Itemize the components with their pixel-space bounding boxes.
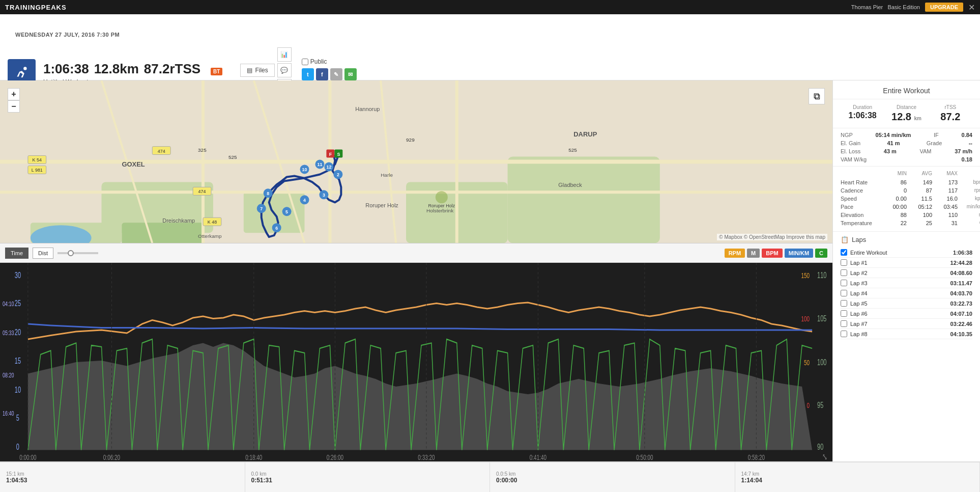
mail-button[interactable]: ✉	[344, 68, 357, 80]
svg-text:0:00:00: 0:00:00	[19, 453, 36, 461]
facebook-button[interactable]: f	[316, 68, 328, 80]
svg-text:2: 2	[337, 172, 339, 177]
metrics-table: NGP 05:14 min/km IF 0.84 El. Gain 41 m G…	[833, 128, 980, 167]
lap-checkbox[interactable]	[841, 249, 847, 256]
edit-button[interactable]: ✎	[330, 68, 342, 80]
lap-row: Lap #1 12:44.28	[841, 258, 972, 268]
twitter-button[interactable]: t	[302, 68, 314, 80]
public-label: Public	[310, 58, 327, 65]
time-button[interactable]: Time	[5, 248, 28, 259]
lap-name: Lap #7	[850, 321, 868, 327]
svg-text:04:10: 04:10	[3, 300, 14, 308]
lap-row: Lap #2 04:08.60	[841, 268, 972, 278]
lap-checkbox[interactable]	[841, 310, 847, 317]
lap-time: 03:22.73	[950, 300, 972, 307]
legend-m[interactable]: M	[747, 249, 760, 258]
metric-vamwkg: VAM W/kg 0.18	[841, 155, 972, 163]
svg-text:11: 11	[317, 162, 322, 167]
stat-duration: 1:06:38	[43, 61, 89, 77]
svg-text:325: 325	[198, 147, 207, 153]
social-buttons: t f ✎ ✉	[302, 68, 357, 80]
svg-text:Holsterbrink: Holsterbrink	[426, 208, 453, 213]
legend-rpm[interactable]: RPM	[725, 249, 745, 258]
lap-checkbox[interactable]	[841, 259, 847, 266]
stat-tss: 87.2rTSS	[144, 61, 200, 77]
legend-c[interactable]: C	[815, 249, 827, 258]
main-container: WEDNESDAY 27 July, 2016 7:30 pm 1:06:38 …	[0, 14, 980, 492]
svg-text:12: 12	[326, 165, 331, 170]
svg-text:0:50:00: 0:50:00	[636, 453, 653, 461]
laps-icon: 📋	[841, 236, 849, 243]
elloss-value: 43 m	[884, 148, 897, 154]
legend-bpm[interactable]: BPM	[762, 249, 782, 258]
prev-workout-date: 14:7 km	[741, 471, 974, 477]
lap-checkbox[interactable]	[841, 269, 847, 276]
svg-text:20: 20	[15, 327, 21, 337]
svg-text:S: S	[337, 152, 340, 157]
chart-slider-thumb[interactable]	[68, 250, 74, 256]
ngp-value: 05:14 min/km	[876, 132, 911, 138]
lap-row: Lap #3 03:11.47	[841, 278, 972, 288]
social-section: Public t f ✎ ✉	[302, 58, 357, 80]
lap-time: 12:44.28	[950, 260, 972, 266]
perf-table: MIN AVG MAX Heart Rate 86 149 173 bpm Ca…	[833, 167, 980, 232]
lap-row: Lap #7 03:22.46	[841, 319, 972, 329]
legend-minkm[interactable]: MIN/KM	[785, 249, 813, 258]
files-button[interactable]: ▤ Files	[240, 64, 274, 77]
zoom-out-button[interactable]: −	[8, 100, 20, 113]
close-icon[interactable]: ✕	[968, 3, 975, 12]
nav-right: Thomas Pier Basic Edition UPGRADE ✕	[851, 3, 975, 12]
prev-workout[interactable]: 0.0:5 km 0:00:00	[490, 462, 735, 492]
chart-icon[interactable]: 📊	[277, 47, 292, 62]
svg-point-0	[23, 67, 26, 70]
zoom-in-button[interactable]: +	[8, 88, 20, 100]
laps-label: Laps	[852, 236, 866, 243]
svg-text:Dreischkamp: Dreischkamp	[162, 217, 195, 224]
lap-time: 04:03.70	[950, 290, 972, 296]
vamwkg-label: VAM W/kg	[841, 156, 867, 162]
lap-checkbox[interactable]	[841, 320, 847, 327]
svg-text:0:06:20: 0:06:20	[103, 453, 120, 461]
lap-time: 03:11.47	[950, 280, 972, 286]
perf-header: MIN AVG MAX	[841, 171, 972, 176]
elloss-label: El. Loss	[841, 148, 860, 154]
public-checkbox[interactable]	[302, 59, 308, 65]
map-attribution: © Mapbox © OpenStreetMap Improve this ma…	[717, 234, 827, 240]
svg-text:0:18:40: 0:18:40	[245, 453, 262, 461]
lap-checkbox[interactable]	[841, 290, 847, 296]
svg-text:L 981: L 981	[32, 168, 43, 173]
grade-value: --	[969, 140, 972, 146]
lap-name: Lap #5	[850, 300, 868, 307]
prev-workout[interactable]: 15:1 km 1:04:53	[0, 462, 245, 492]
prev-workout[interactable]: 0.0 km 0:51:31	[245, 462, 491, 492]
svg-text:⤡: ⤡	[822, 452, 827, 461]
tss-value: 87.2	[940, 111, 960, 123]
prev-workout[interactable]: 14:7 km 1:14:04	[735, 462, 981, 492]
lap-checkbox[interactable]	[841, 300, 847, 307]
svg-text:8: 8	[267, 191, 269, 196]
dist-button[interactable]: Dist	[33, 248, 53, 259]
svg-text:6: 6	[275, 226, 278, 231]
svg-text:5: 5	[285, 209, 288, 214]
lap-name: Lap #2	[850, 270, 868, 276]
map-svg: K 54 L 981 474 474 K 48 GOXEL Dreischkam…	[0, 80, 832, 243]
svg-text:15: 15	[15, 356, 21, 366]
map-layers-button[interactable]: ⧉	[809, 88, 825, 104]
if-label: IF	[934, 132, 939, 138]
comment-icon[interactable]: 💬	[277, 63, 292, 77]
prev-workout-date: 0.0 km	[251, 471, 484, 477]
upgrade-button[interactable]: UPGRADE	[925, 3, 963, 12]
map-container[interactable]: K 54 L 981 474 474 K 48 GOXEL Dreischkam…	[0, 80, 832, 243]
perf-row: Cadence 0 87 117 rpm	[841, 186, 972, 195]
bottom-bar: 15:1 km 1:04:53 0.0 km 0:51:31 0.0:5 km …	[0, 461, 980, 492]
lap-checkbox[interactable]	[841, 280, 847, 286]
bottom-workouts: 15:1 km 1:04:53 0.0 km 0:51:31 0.0:5 km …	[0, 462, 980, 492]
chart-slider[interactable]	[57, 252, 98, 254]
svg-text:5: 5	[16, 413, 19, 423]
public-checkbox-label[interactable]: Public	[302, 58, 357, 65]
svg-point-64	[436, 191, 448, 203]
svg-text:7: 7	[260, 206, 263, 211]
lap-checkbox[interactable]	[841, 331, 847, 337]
svg-text:3: 3	[323, 193, 325, 198]
elgain-value: 41 m	[887, 140, 900, 146]
